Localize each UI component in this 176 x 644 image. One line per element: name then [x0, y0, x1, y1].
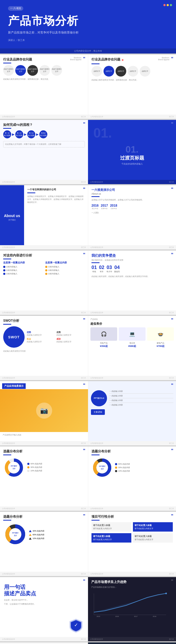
arrow-3: ▶ [36, 132, 39, 136]
ppt-item-3: → 此处输入内容 [109, 398, 173, 403]
slide-21: 🌙 请于此处置入标题 公司内部交流文件 张三木 [88, 642, 176, 644]
slide18-title: 用一句话描述产品卖点 [4, 584, 84, 597]
item2-1: 分析内容输入 [45, 266, 85, 268]
leg16-1: 30% 此处内容 [29, 530, 85, 532]
circle-2: 此处只是展示文字 [15, 65, 26, 76]
quote-mark-19: " [171, 579, 173, 584]
slide4-footer: 公司内部交流文件 张三木 [0, 180, 88, 184]
slide6-blue-sub: 关于我们 [8, 219, 16, 221]
circle-5: 此处只是展示文字 [51, 65, 62, 76]
feas-1: 请于此处置入标题 请于此处置入内容文字 [91, 522, 131, 532]
slide-8: " 对这些内容进行分析 这是第一组重点内容 分析内容输入 分析内容输入 分析内容… [0, 251, 88, 315]
slide6-text: 这里输入详细说明文字。这里输入详细说明文字。这里输入详细说明文字。这里输入详细说… [27, 195, 85, 204]
slide9-title: 我们的竞争壁垒 [91, 253, 173, 258]
dot2-1 [45, 266, 47, 268]
blue-line-17 [91, 520, 100, 521]
slide13-footer: 公司内部交流文件 张三木 [88, 441, 176, 445]
slide7-footer: 公司内部交流文件 张三木 [88, 245, 176, 249]
quote-mark-2: " [83, 56, 85, 62]
slide16-content: PPT设计 3.0 30% 此处内容 60% 此处内容 10% 此处内容 [3, 522, 85, 547]
slide15-footer: 公司内部交流文件 张三木 [88, 506, 176, 511]
slide1-tag: 一·六·视觉 [8, 6, 23, 11]
stat-2017: 2017 发展年份 [101, 204, 108, 210]
slide-row-1: " 行业及品牌存在问题 Besthorn Brand appeal 此处只是展示… [0, 55, 176, 119]
svg-text:2015: 2015 [97, 616, 100, 617]
slide12-image: 📷 [0, 389, 88, 432]
slide14-title: 选题分布分析 [3, 449, 85, 454]
slide2-footer: 公司内部交流文件 张三木 [0, 115, 88, 119]
quote-mark-14: " [83, 448, 85, 454]
slide10-title: SWOT分析 [3, 319, 85, 323]
donut-svg-16: PPT设计 3.0 [3, 522, 27, 546]
dot-yellow [167, 4, 169, 6]
comp-num-03: 03 有才华 [106, 265, 112, 273]
slide-14: " 选题分布分析 PPT设计 3.0 60% 此处内容 30% 此处内容 [0, 446, 88, 511]
slide15-content: PPT设计 3.0 60% 此处内容 30% 此处内容 10% 此处内容 [91, 457, 173, 478]
quote-mark-13: " [171, 383, 173, 388]
slide-13: " PPT设计 3.0 → 此处输入内容 → 此处输入内容 → 此处输入内容 →… [88, 381, 176, 445]
leg16-3: 10% 此处内容 [29, 537, 85, 540]
step-4: 第四步输入链接 [39, 130, 47, 138]
blue-line-8 [3, 259, 11, 259]
product-2: 💻 笔记本 ¥588起 [119, 327, 146, 348]
dot1-2 [3, 269, 5, 271]
dot2-2 [45, 269, 47, 271]
slide19-footer: 公司内部交流文件 张三木 [88, 637, 176, 641]
swot-grid: 优势 此处输入说明文字 劣势 此处输入说明文字 机会 此处输入说明文字 威胁 此… [27, 331, 85, 343]
swot-content: SWOT 优势 此处输入说明文字 劣势 此处输入说明文字 机会 此处输入说明文字… [3, 326, 85, 348]
comp-num-02: 02 有车 [99, 265, 104, 273]
slide-6: " About us 关于我们 一个专注和演示的设计公司 这里输入详细说明文字。… [0, 185, 88, 249]
process-steps: 第一步输入链接 ▶ 第二步输入链接 ▶ 第三步输入链接 ▶ 第四步输入链接 [3, 130, 85, 138]
svg-text:PPT设计: PPT设计 [12, 532, 19, 534]
dot1-3 [3, 273, 5, 275]
product-img-1: 🎧 [90, 327, 117, 341]
slide-row-6: " 产品应用场景展示 📷 产品说明文字输入此处 公司内部交流文件 张三木 " P… [0, 381, 176, 445]
stat-2018: 2018 当前年份 [110, 204, 117, 210]
circle-3-1: 品牌文字 [91, 66, 102, 77]
quote-mark-7: " [171, 187, 173, 192]
slide11-footer: 公司内部交流文件 张三木 [88, 376, 176, 380]
product-price-2: ¥588起 [119, 344, 146, 348]
slide12-footer: 公司内部交流文件 张三木 [0, 441, 88, 445]
slide19-title: 产品市场需求呈上升趋势 [91, 580, 173, 584]
slide13-content: PPT设计 3.0 → 此处输入内容 → 此处输入内容 → 此处输入内容 → 此… [91, 389, 173, 407]
analysis-col2: 这是第一组重点内容 分析内容输入 分析内容输入 分析内容输入 [45, 261, 85, 276]
slide8-footer: 公司内部交流文件 张三木 [0, 310, 88, 315]
brand-appeal-3: Besthorn Brand appeal [158, 57, 169, 60]
slide8-title: 对这些内容进行分析 [3, 253, 85, 258]
slide11-title: 超低售价 [90, 322, 174, 326]
slide9-body: 此处输入相关说明，此处输入相关说明，此处输入相关说明文字内容。 [91, 275, 173, 278]
circle-1: 此处只是展示文字 [3, 65, 14, 76]
slide-row-3: " About us 关于我们 一个专注和演示的设计公司 这里输入详细说明文字。… [0, 185, 176, 249]
feas-4: 请于此处置入标题 请于此处置入内容文字 [133, 533, 173, 543]
slide5-title: 过渡页标题 [120, 155, 144, 161]
quote-mark-15: " [171, 448, 173, 454]
step-1: 第一步输入链接 [3, 130, 11, 138]
slide18-footer: 公司内部交流文件 张三木 [0, 637, 88, 641]
slide-3: " 行业及品牌存在问题 ✕ Besthorn Brand appeal 品牌文字… [88, 55, 176, 119]
triangle-1 [29, 530, 32, 532]
slide3-body: 此处输入相关说明文字内容，说明请勿过多，简洁为宜。 [91, 79, 173, 81]
svg-text:3.0: 3.0 [14, 535, 17, 536]
blue-line-2 [3, 63, 11, 63]
slide6-body: About us 关于我们 一个专注和演示的设计公司 这里输入详细说明文字。这里… [0, 185, 88, 249]
slide-row-9: " 用一句话描述产品卖点 在这里，简洁有力的PPT中... 千里、让这届设计于消… [0, 577, 176, 641]
slide15-legend-1: 60% 此处内容 [115, 463, 130, 465]
swot-q4: 威胁 此处输入说明文字 [56, 338, 85, 343]
shield-icon-area: ✓ [68, 617, 84, 633]
quote-mark-8: " [83, 252, 85, 258]
comp-numbers: 01 有钱 02 有车 03 有才华 04 颜值高 [91, 265, 173, 273]
slide4-title: 如何完成×x的流程？ [3, 123, 85, 127]
arrow-1: ▶ [12, 132, 14, 136]
ppt-circle: PPT设计 3.0 [91, 390, 107, 406]
slide-20: " 标题区域 通用版页面 公司内部交流文件 张三木 [0, 642, 88, 644]
svg-text:✓: ✓ [74, 622, 78, 628]
comp-num-04: 04 颜值高 [114, 265, 120, 273]
swot-circle: SWOT [3, 326, 25, 348]
quote-mark-11: " [171, 317, 173, 323]
red-x-icon: ✕ [121, 59, 124, 62]
slide-1-title: 一·六·视觉 产品市场分析 新产品投放市场之前，对竞争对手以及市场前景做分析 演… [0, 0, 176, 54]
product-1: 🎧 耳机产品 ¥356起 [90, 327, 117, 348]
slide7-team: 一人团队 [91, 211, 173, 214]
dot1-1 [3, 266, 5, 268]
